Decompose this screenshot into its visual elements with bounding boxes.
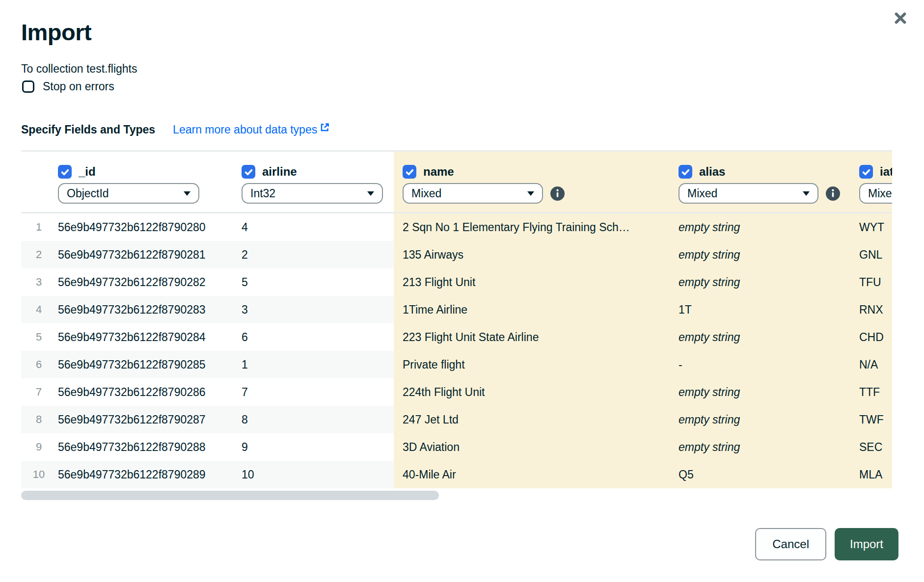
cell-airline: 3 [242, 303, 248, 317]
column-header-airline: airline Int32 [241, 152, 394, 212]
checkmark-icon [681, 167, 690, 177]
row-number: 10 [33, 468, 45, 481]
checkmark-icon [244, 167, 253, 177]
cell-airline: 9 [242, 441, 248, 454]
stop-on-errors-label: Stop on errors [43, 80, 114, 93]
cell-iata: CHD [859, 331, 884, 344]
column-label-iata: iata [880, 165, 892, 179]
chevron-down-icon [184, 191, 190, 196]
row-number: 1 [36, 221, 42, 234]
section-heading: Specify Fields and Types [21, 123, 155, 136]
table-row: 3 56e9b497732b6122f8790282 5 213 Flight … [21, 268, 892, 296]
cell-iata: RNX [859, 303, 883, 317]
type-select-id[interactable]: ObjectId [58, 183, 199, 204]
cell-id: 56e9b497732b6122f8790284 [58, 331, 206, 344]
import-button[interactable]: Import [835, 528, 898, 560]
page-title: Import [21, 19, 91, 46]
cell-name: 213 Flight Unit [403, 276, 475, 289]
checkmark-icon [862, 167, 871, 177]
cell-iata: MLA [859, 468, 882, 481]
column-header-alias: alias Mixed [678, 152, 857, 212]
table-row: 1 56e9b497732b6122f8790280 4 2 Sqn No 1 … [21, 213, 892, 241]
cell-name: 247 Jet Ltd [403, 413, 459, 426]
cancel-button[interactable]: Cancel [755, 528, 826, 560]
row-number: 5 [36, 331, 42, 344]
cell-airline: 7 [242, 386, 248, 399]
checkmark-icon [405, 167, 414, 177]
cell-iata: N/A [859, 358, 878, 371]
cell-airline: 10 [242, 468, 254, 481]
cell-airline: 1 [242, 358, 248, 371]
import-dialog: { "dialog": { "title": "Import", "subtit… [0, 0, 924, 582]
chevron-down-icon [527, 191, 534, 196]
cell-name: 2 Sqn No 1 Elementary Flying Training Sc… [403, 221, 630, 234]
cell-alias: empty string [679, 221, 740, 234]
iata-checkbox-checked[interactable] [859, 165, 873, 179]
cell-alias: empty string [679, 386, 740, 399]
cell-iata: TWF [859, 413, 884, 426]
table-row: 10 56e9b497732b6122f8790289 10 40-Mile A… [21, 461, 892, 488]
cell-airline: 4 [242, 221, 248, 234]
type-select-id-value: ObjectId [67, 187, 109, 200]
learn-more-link[interactable]: Learn more about data types [173, 123, 330, 136]
cell-id: 56e9b497732b6122f8790288 [58, 441, 206, 454]
info-icon[interactable] [826, 186, 840, 201]
table-row: 9 56e9b497732b6122f8790288 9 3D Aviation… [21, 433, 892, 461]
table-header: _id ObjectId airline Int32 [21, 150, 892, 213]
cell-name: 224th Flight Unit [403, 386, 485, 399]
airline-checkbox-checked[interactable] [242, 165, 255, 179]
cell-alias: Q5 [679, 468, 694, 481]
cell-alias: - [679, 358, 682, 371]
cell-airline: 8 [242, 413, 248, 426]
cell-name: 135 Airways [403, 248, 463, 262]
table-row: 5 56e9b497732b6122f8790284 6 223 Flight … [21, 323, 892, 351]
type-select-alias[interactable]: Mixed [679, 183, 818, 204]
row-number: 7 [36, 386, 42, 398]
type-select-iata[interactable]: Mixed [859, 183, 892, 204]
cell-id: 56e9b497732b6122f8790287 [58, 413, 206, 426]
row-number: 8 [36, 413, 42, 426]
id-checkbox-checked[interactable] [58, 165, 72, 179]
column-header-iata: iata Mixed [857, 152, 892, 212]
row-number: 4 [36, 303, 42, 316]
type-select-alias-value: Mixed [687, 187, 717, 200]
preview-table: _id ObjectId airline Int32 [21, 150, 892, 488]
type-select-airline-value: Int32 [250, 187, 275, 200]
cell-alias: empty string [679, 276, 740, 289]
name-checkbox-checked[interactable] [403, 165, 416, 179]
cell-alias: empty string [679, 441, 740, 454]
table-row: 7 56e9b497732b6122f8790286 7 224th Fligh… [21, 378, 892, 406]
type-select-airline[interactable]: Int32 [242, 183, 383, 204]
type-select-name[interactable]: Mixed [403, 183, 543, 204]
cell-id: 56e9b497732b6122f8790282 [58, 276, 206, 289]
table-row: 4 56e9b497732b6122f8790283 3 1Time Airli… [21, 296, 892, 323]
horizontal-scrollbar[interactable] [21, 491, 439, 500]
collection-subtitle: To collection test.flights [21, 62, 137, 76]
cell-name: 3D Aviation [403, 441, 460, 454]
chevron-down-icon [803, 191, 810, 196]
cell-id: 56e9b497732b6122f8790280 [58, 221, 206, 234]
cell-name: 1Time Airline [403, 303, 467, 317]
column-label-alias: alias [699, 165, 725, 179]
cell-alias: empty string [679, 331, 740, 344]
cell-airline: 2 [242, 248, 248, 262]
cell-alias: empty string [679, 413, 740, 426]
external-link-icon [320, 122, 330, 135]
alias-checkbox-checked[interactable] [679, 165, 692, 179]
column-label-airline: airline [262, 165, 297, 179]
info-icon[interactable] [550, 186, 565, 201]
column-label-name: name [423, 165, 454, 179]
table-row: 2 56e9b497732b6122f8790281 2 135 Airways… [21, 241, 892, 268]
cell-iata: TTF [859, 386, 880, 399]
chevron-down-icon [367, 191, 374, 196]
type-select-name-value: Mixed [411, 187, 441, 200]
stop-on-errors-checkbox[interactable] [22, 80, 34, 93]
row-number-header [21, 152, 56, 212]
cell-id: 56e9b497732b6122f8790289 [58, 468, 206, 481]
row-number: 3 [36, 276, 42, 289]
cell-alias: 1T [679, 303, 692, 317]
column-header-name: name Mixed [394, 152, 678, 212]
cell-id: 56e9b497732b6122f8790286 [58, 386, 206, 399]
close-icon[interactable] [893, 11, 908, 26]
cell-name: Private flight [403, 358, 465, 371]
